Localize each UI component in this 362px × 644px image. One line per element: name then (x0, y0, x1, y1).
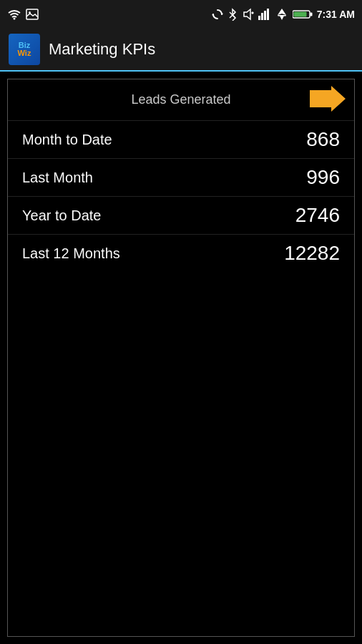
kpi-row-month-to-date: Month to Date 868 (8, 120, 354, 158)
image-icon (26, 9, 39, 20)
app-title: Marketing KPIs (49, 40, 155, 59)
arrow-right-icon (310, 86, 346, 112)
svg-point-0 (14, 18, 16, 20)
kpi-label-last-12-months: Last 12 Months (22, 245, 120, 262)
app-logo: Biz Wiz (9, 34, 40, 65)
app-header: Biz Wiz Marketing KPIs (0, 29, 362, 72)
status-time: 7:31 AM (317, 9, 355, 20)
svg-rect-15 (310, 13, 312, 16)
svg-rect-11 (264, 11, 266, 20)
status-bar-left (7, 9, 39, 20)
card-header: Leads Generated (8, 79, 354, 117)
card-title: Leads Generated (131, 92, 230, 107)
signal-icon (258, 9, 271, 20)
kpi-row-year-to-date: Year to Date 2746 (8, 196, 354, 234)
svg-rect-12 (267, 9, 269, 20)
kpi-label-year-to-date: Year to Date (22, 208, 101, 224)
kpi-value-last-month: 996 (306, 166, 340, 189)
svg-rect-1 (26, 9, 38, 19)
mute-icon (241, 8, 254, 21)
main-content: Leads Generated Month to Date 868 Last M… (7, 79, 355, 637)
svg-rect-16 (293, 12, 306, 17)
kpi-value-last-12-months: 12282 (284, 242, 340, 265)
battery-icon (293, 9, 313, 19)
sync-icon (211, 8, 224, 21)
svg-marker-17 (310, 86, 346, 112)
kpi-row-last-12-months: Last 12 Months 12282 (8, 234, 354, 272)
bluetooth-icon (228, 8, 237, 21)
kpi-label-last-month: Last Month (22, 170, 93, 186)
kpi-table: Month to Date 868 Last Month 996 Year to… (8, 117, 354, 275)
kpi-row-last-month: Last Month 996 (8, 158, 354, 196)
airplane-icon (275, 8, 288, 21)
wifi-icon (7, 9, 21, 20)
kpi-value-month-to-date: 868 (306, 128, 340, 151)
svg-rect-10 (261, 13, 263, 20)
status-bar: 7:31 AM (0, 0, 362, 29)
status-bar-right: 7:31 AM (211, 8, 355, 21)
svg-line-8 (252, 12, 253, 14)
logo-wiz: Wiz (18, 49, 31, 57)
navigate-next-button[interactable] (310, 86, 346, 112)
kpi-value-year-to-date: 2746 (295, 204, 340, 227)
svg-rect-9 (258, 16, 260, 20)
kpi-label-month-to-date: Month to Date (22, 132, 112, 148)
svg-rect-13 (278, 15, 286, 16)
